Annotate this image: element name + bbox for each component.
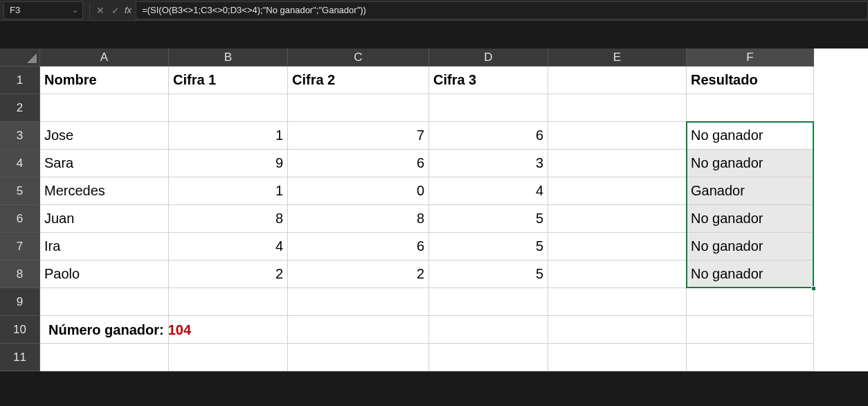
row-5: 5 Mercedes 1 0 4 Ganador xyxy=(0,177,868,205)
cell-B9[interactable] xyxy=(169,288,288,316)
row-1: 1 Nombre Cifra 1 Cifra 2 Cifra 3 Resulta… xyxy=(0,67,868,94)
cell-B8[interactable]: 2 xyxy=(169,261,288,288)
cell-E4[interactable] xyxy=(548,150,687,177)
row-header-11[interactable]: 11 xyxy=(0,344,40,371)
col-header-F[interactable]: F xyxy=(687,48,814,67)
formula-input[interactable]: =(SI(O(B3<>1;C3<>0;D3<>4);"No ganador";"… xyxy=(136,1,868,19)
row-header-2[interactable]: 2 xyxy=(0,94,40,122)
row-header-5[interactable]: 5 xyxy=(0,177,40,205)
cell-A5[interactable]: Mercedes xyxy=(40,177,169,205)
row-header-1[interactable]: 1 xyxy=(0,67,40,94)
cell-C4[interactable]: 6 xyxy=(288,150,429,177)
cell-E2[interactable] xyxy=(548,94,687,122)
row-header-8[interactable]: 8 xyxy=(0,261,40,288)
cell-F7[interactable]: No ganador xyxy=(687,233,814,261)
name-box-value: F3 xyxy=(10,5,20,15)
cell-D2[interactable] xyxy=(429,94,548,122)
cell-A6[interactable]: Juan xyxy=(40,205,169,233)
cell-D5[interactable]: 4 xyxy=(429,177,548,205)
row-header-9[interactable]: 9 xyxy=(0,288,40,316)
row-header-10[interactable]: 10 xyxy=(0,316,40,344)
cell-E8[interactable] xyxy=(548,261,687,288)
cell-D1[interactable]: Cifra 3 xyxy=(429,67,548,94)
cell-F11[interactable] xyxy=(687,344,814,371)
col-header-B[interactable]: B xyxy=(169,48,288,67)
cell-D11[interactable] xyxy=(429,344,548,371)
cell-B4[interactable]: 9 xyxy=(169,150,288,177)
name-box[interactable]: F3 ⌄ xyxy=(3,1,83,19)
select-all-corner[interactable] xyxy=(0,48,40,67)
cell-D7[interactable]: 5 xyxy=(429,233,548,261)
cell-F6[interactable]: No ganador xyxy=(687,205,814,233)
column-headers-row: A B C D E F xyxy=(0,48,868,67)
cell-D9[interactable] xyxy=(429,288,548,316)
cell-E10[interactable] xyxy=(548,316,687,344)
cell-C10[interactable] xyxy=(288,316,429,344)
cell-E5[interactable] xyxy=(548,177,687,205)
cell-A4[interactable]: Sara xyxy=(40,150,169,177)
cell-B1[interactable]: Cifra 1 xyxy=(169,67,288,94)
cancel-icon[interactable]: ✕ xyxy=(93,3,108,18)
cell-C8[interactable]: 2 xyxy=(288,261,429,288)
cell-B5[interactable]: 1 xyxy=(169,177,288,205)
row-6: 6 Juan 8 8 5 No ganador xyxy=(0,205,868,233)
cell-B6[interactable]: 8 xyxy=(169,205,288,233)
ribbon-spacer xyxy=(0,21,868,48)
cell-C1[interactable]: Cifra 2 xyxy=(288,67,429,94)
cell-C2[interactable] xyxy=(288,94,429,122)
cell-F9[interactable] xyxy=(687,288,814,316)
confirm-icon[interactable]: ✓ xyxy=(108,3,123,18)
cell-C6[interactable]: 8 xyxy=(288,205,429,233)
col-header-C[interactable]: C xyxy=(288,48,429,67)
cell-F10[interactable] xyxy=(687,316,814,344)
col-header-E[interactable]: E xyxy=(548,48,687,67)
cell-C5[interactable]: 0 xyxy=(288,177,429,205)
col-header-A[interactable]: A xyxy=(40,48,169,67)
cell-B2[interactable] xyxy=(169,94,288,122)
cell-A2[interactable] xyxy=(40,94,169,122)
cell-B11[interactable] xyxy=(169,344,288,371)
fx-icon[interactable]: fx xyxy=(125,5,132,15)
chevron-down-icon[interactable]: ⌄ xyxy=(72,6,78,15)
cell-D8[interactable]: 5 xyxy=(429,261,548,288)
fill-handle[interactable] xyxy=(811,286,816,291)
cell-C11[interactable] xyxy=(288,344,429,371)
cell-A1[interactable]: Nombre xyxy=(40,67,169,94)
cell-C3[interactable]: 7 xyxy=(288,122,429,150)
cell-F2[interactable] xyxy=(687,94,814,122)
cell-B3[interactable]: 1 xyxy=(169,122,288,150)
cell-F8[interactable]: No ganador xyxy=(687,261,814,288)
cell-A8[interactable]: Paolo xyxy=(40,261,169,288)
cell-F3[interactable]: No ganador xyxy=(687,122,814,150)
row-header-6[interactable]: 6 xyxy=(0,205,40,233)
cell-A7[interactable]: Ira xyxy=(40,233,169,261)
cell-A3[interactable]: Jose xyxy=(40,122,169,150)
cell-F1[interactable]: Resultado xyxy=(687,67,814,94)
cell-E7[interactable] xyxy=(548,233,687,261)
cell-A11[interactable] xyxy=(40,344,169,371)
cell-F4[interactable]: No ganador xyxy=(687,150,814,177)
row-11: 11 xyxy=(0,344,868,371)
cell-A9[interactable] xyxy=(40,288,169,316)
row-header-7[interactable]: 7 xyxy=(0,233,40,261)
cell-D10[interactable] xyxy=(429,316,548,344)
cell-E6[interactable] xyxy=(548,205,687,233)
cell-D6[interactable]: 5 xyxy=(429,205,548,233)
cell-C7[interactable]: 6 xyxy=(288,233,429,261)
cell-E1[interactable] xyxy=(548,67,687,94)
cell-C9[interactable] xyxy=(288,288,429,316)
row-3: 3 Jose 1 7 6 No ganador xyxy=(0,122,868,150)
cell-E11[interactable] xyxy=(548,344,687,371)
footer-value: 104 xyxy=(168,322,191,338)
cell-D3[interactable]: 6 xyxy=(429,122,548,150)
cell-D4[interactable]: 3 xyxy=(429,150,548,177)
cell-B7[interactable]: 4 xyxy=(169,233,288,261)
cell-E3[interactable] xyxy=(548,122,687,150)
cell-F5[interactable]: Ganador xyxy=(687,177,814,205)
col-header-D[interactable]: D xyxy=(429,48,548,67)
row-header-4[interactable]: 4 xyxy=(0,150,40,177)
cell-E9[interactable] xyxy=(548,288,687,316)
row-header-3[interactable]: 3 xyxy=(0,122,40,150)
row-7: 7 Ira 4 6 5 No ganador xyxy=(0,233,868,261)
grid-wrapper: A B C D E F 1 Nombre Cifra 1 Cifra 2 Cif… xyxy=(0,48,868,371)
